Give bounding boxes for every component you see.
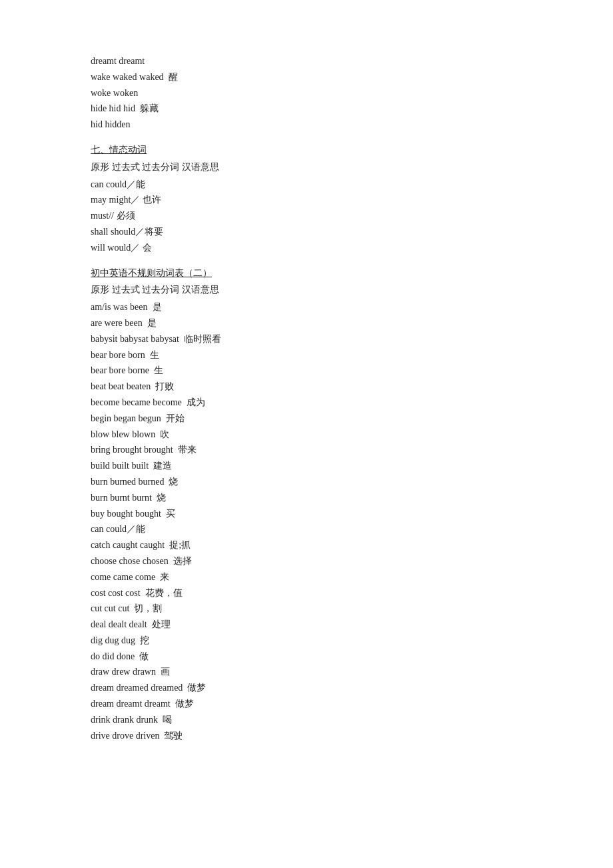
verb-catch: catch caught caught 捉;抓 xyxy=(91,537,522,553)
verb-choose: choose chose chosen 选择 xyxy=(91,553,522,569)
modal-may: may might／ 也许 xyxy=(91,192,522,208)
verb-dig: dig dug dug 挖 xyxy=(91,633,522,649)
verb-begin: begin began begun 开始 xyxy=(91,411,522,427)
verb-burn-ed: burn burned burned 烧 xyxy=(91,474,522,490)
verb-buy: buy bought bought 买 xyxy=(91,506,522,522)
section2-header: 原形 过去式 过去分词 汉语意思 xyxy=(91,282,522,298)
verb-dream-ed: dream dreamed dreamed 做梦 xyxy=(91,680,522,696)
verb-cut: cut cut cut 切，割 xyxy=(91,601,522,617)
verb-are: are were been 是 xyxy=(91,315,522,331)
verb-bring: bring brought brought 带来 xyxy=(91,442,522,458)
section1-header: 原形 过去式 过去分词 汉语意思 xyxy=(91,159,522,175)
line-hid: hid hidden xyxy=(91,117,522,133)
section2-title: 初中英语不规则动词表（二） xyxy=(91,265,522,281)
verb-build: build built built 建造 xyxy=(91,458,522,474)
verb-bear-born: bear bore born 生 xyxy=(91,347,522,363)
line-wake: wake waked waked 醒 xyxy=(91,69,522,85)
line-woke: woke woken xyxy=(91,85,522,101)
verb-can: can could／能 xyxy=(91,521,522,537)
line-dreamt-dreamt: dreamt dreamt xyxy=(91,53,522,69)
gap-1 xyxy=(91,133,522,142)
line-hide: hide hid hid 躲藏 xyxy=(91,101,522,117)
verb-drink: drink drank drunk 喝 xyxy=(91,712,522,728)
top-lines: dreamt dreamt wake waked waked 醒 woke wo… xyxy=(91,53,522,133)
modal-shall: shall should／将要 xyxy=(91,224,522,240)
modal-must: must// 必须 xyxy=(91,208,522,224)
verb-drive: drive drove driven 驾驶 xyxy=(91,728,522,744)
verb-do: do did done 做 xyxy=(91,649,522,665)
verb-deal: deal dealt dealt 处理 xyxy=(91,617,522,633)
verb-become: become became become 成为 xyxy=(91,395,522,411)
modal-can: can could／能 xyxy=(91,177,522,193)
verb-babysit: babysit babysat babysat 临时照看 xyxy=(91,331,522,347)
verb-burn-t: burn burnt burnt 烧 xyxy=(91,490,522,506)
modal-will: will would／ 会 xyxy=(91,240,522,256)
page-content: dreamt dreamt wake waked waked 醒 woke wo… xyxy=(91,53,522,743)
verb-bear-borne: bear bore borne 生 xyxy=(91,363,522,379)
verb-dream-t: dream dreamt dreamt 做梦 xyxy=(91,696,522,712)
section1-title: 七、情态动词 xyxy=(91,142,522,158)
gap-2 xyxy=(91,256,522,265)
verb-beat: beat beat beaten 打败 xyxy=(91,379,522,395)
verb-draw: draw drew drawn 画 xyxy=(91,664,522,680)
section-irregular-verbs-2: 初中英语不规则动词表（二） 原形 过去式 过去分词 汉语意思 am/is was… xyxy=(91,265,522,744)
verb-come: come came come 来 xyxy=(91,569,522,585)
verb-cost: cost cost cost 花费，值 xyxy=(91,585,522,601)
verb-am: am/is was been 是 xyxy=(91,299,522,315)
section-modal-verbs: 七、情态动词 原形 过去式 过去分词 汉语意思 can could／能 may … xyxy=(91,142,522,256)
verb-blow: blow blew blown 吹 xyxy=(91,427,522,443)
